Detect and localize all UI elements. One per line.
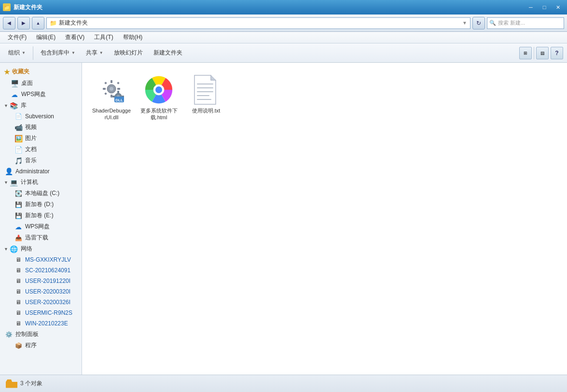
menu-view[interactable]: 查看(V) bbox=[61, 32, 88, 42]
music-icon: 🎵 bbox=[14, 157, 23, 165]
view-details-button[interactable]: ▤ bbox=[536, 47, 549, 59]
sidebar-item-programs[interactable]: 📦 程序 bbox=[0, 340, 82, 351]
sidebar-item-network2[interactable]: 🖥 SC-20210624091 bbox=[0, 265, 82, 276]
svg-text:DLL: DLL bbox=[115, 98, 123, 102]
txt-icon bbox=[191, 74, 221, 105]
title-bar: 📁 新建文件夹 ─ □ ✕ bbox=[0, 0, 567, 14]
dll-icon: DLL bbox=[96, 74, 127, 105]
documents-icon: 📄 bbox=[14, 146, 23, 154]
sidebar-item-network1[interactable]: 🖥 MS-GXKIXRYJLV bbox=[0, 254, 82, 265]
sidebar-item-network4[interactable]: 🖥 USER-20200320I bbox=[0, 286, 82, 297]
disk-e-icon: 💾 bbox=[14, 212, 23, 220]
sidebar-item-wps-cloud2[interactable]: ☁ WPS网盘 bbox=[0, 221, 82, 232]
minimize-button[interactable]: ─ bbox=[525, 2, 537, 12]
maximize-button[interactable]: □ bbox=[538, 2, 551, 12]
organize-button[interactable]: 组织 ▼ bbox=[4, 45, 30, 61]
sidebar-item-videos[interactable]: 📹 视频 bbox=[0, 122, 82, 133]
menu-tools[interactable]: 工具(T) bbox=[90, 32, 117, 42]
programs-icon: 📦 bbox=[14, 342, 23, 350]
html-icon bbox=[143, 74, 174, 105]
sidebar-item-network5[interactable]: 🖥 USER-20200326I bbox=[0, 297, 82, 308]
close-button[interactable]: ✕ bbox=[552, 2, 564, 12]
window-controls: ─ □ ✕ bbox=[525, 2, 564, 12]
sidebar-item-network[interactable]: ▼ 🌐 网络 bbox=[0, 243, 82, 254]
svg-rect-5 bbox=[117, 88, 120, 90]
sidebar-item-computer[interactable]: ▼ 💻 计算机 bbox=[0, 177, 82, 188]
desktop-icon: 🖥️ bbox=[10, 80, 19, 87]
main-layout: ★ 收藏夹 🖥️ 桌面 ☁ WPS网盘 ▼ 📚 库 📄 Subversion 📹… bbox=[0, 63, 567, 375]
sidebar-item-wps-cloud[interactable]: ☁ WPS网盘 bbox=[0, 89, 82, 100]
svg-point-20 bbox=[155, 86, 162, 93]
svg-rect-2 bbox=[111, 80, 112, 83]
menu-file[interactable]: 文件(F) bbox=[4, 32, 30, 42]
sidebar-item-network6[interactable]: 🖥 USERMIC-R9N2S bbox=[0, 308, 82, 318]
include-library-button[interactable]: 包含到库中 ▼ bbox=[36, 45, 80, 61]
sidebar-item-administrator[interactable]: 👤 Administrator bbox=[0, 166, 82, 177]
address-dropdown-arrow[interactable]: ▼ bbox=[462, 20, 467, 26]
sidebar-item-subversion[interactable]: 📄 Subversion bbox=[0, 111, 82, 122]
new-folder-button[interactable]: 新建文件夹 bbox=[149, 45, 187, 61]
file-item-html[interactable]: 更多系统软件下载.html bbox=[137, 70, 180, 125]
videos-icon: 📹 bbox=[14, 124, 23, 131]
sidebar-item-volume-d[interactable]: 💾 新加卷 (D:) bbox=[0, 199, 82, 210]
pc5-icon: 🖥 bbox=[14, 298, 23, 306]
sidebar-item-pictures[interactable]: 🖼️ 图片 bbox=[0, 133, 82, 144]
sidebar-item-desktop[interactable]: 🖥️ 桌面 bbox=[0, 78, 82, 89]
txt-file-label: 使用说明.txt bbox=[192, 107, 221, 114]
svg-rect-6 bbox=[104, 82, 107, 84]
admin-icon: 👤 bbox=[4, 168, 14, 175]
sidebar-item-volume-e[interactable]: 💾 新加卷 (E:) bbox=[0, 210, 82, 221]
favorites-label: 收藏夹 bbox=[12, 68, 29, 76]
sidebar-item-music[interactable]: 🎵 音乐 bbox=[0, 155, 82, 166]
library-expand-icon: ▼ bbox=[4, 103, 8, 108]
search-box[interactable]: 🔍 搜索 新建... bbox=[487, 17, 564, 29]
menu-help[interactable]: 帮助(H) bbox=[119, 32, 147, 42]
up-button[interactable]: ▲ bbox=[32, 17, 44, 29]
library-dropdown-icon: ▼ bbox=[71, 51, 75, 55]
help-button[interactable]: ? bbox=[551, 47, 563, 59]
share-button[interactable]: 共享 ▼ bbox=[82, 45, 108, 61]
status-bar: 3 个对象 bbox=[0, 375, 567, 392]
svg-rect-8 bbox=[104, 92, 107, 95]
star-icon: ★ bbox=[4, 68, 10, 76]
svg-point-1 bbox=[110, 87, 113, 91]
view-toggle-button[interactable]: ⊞ bbox=[519, 47, 532, 59]
sidebar-item-documents[interactable]: 📄 文档 bbox=[0, 144, 82, 155]
subversion-icon: 📄 bbox=[14, 112, 23, 120]
sidebar-item-network3[interactable]: 🖥 USER-20191220I bbox=[0, 276, 82, 286]
control-panel-icon: ⚙️ bbox=[4, 331, 14, 338]
sidebar-item-thunder[interactable]: 📥 迅雷下载 bbox=[0, 232, 82, 243]
address-bar: ◀ ▶ ▲ 📁 新建文件夹 ▼ ↻ 🔍 搜索 新建... bbox=[0, 14, 567, 32]
pc1-icon: 🖥 bbox=[14, 256, 23, 264]
share-dropdown-icon: ▼ bbox=[99, 51, 103, 55]
pc3-icon: 🖥 bbox=[14, 277, 23, 285]
thunder-icon: 📥 bbox=[14, 234, 23, 242]
favorites-header[interactable]: ★ 收藏夹 bbox=[0, 66, 82, 78]
search-icon: 🔍 bbox=[489, 20, 496, 26]
file-item-txt[interactable]: 使用说明.txt bbox=[184, 70, 228, 125]
pc2-icon: 🖥 bbox=[14, 266, 23, 274]
toolbar-separator-2 bbox=[534, 47, 534, 59]
address-path[interactable]: 📁 新建文件夹 ▼ bbox=[46, 17, 470, 29]
toolbar: 组织 ▼ 包含到库中 ▼ 共享 ▼ 放映幻灯片 新建文件夹 ⊞ ▤ ? bbox=[0, 43, 567, 63]
dll-file-label: ShaderDebuggerUI.dll bbox=[92, 107, 131, 121]
file-item-dll[interactable]: DLL ShaderDebuggerUI.dll bbox=[90, 70, 133, 125]
folder-icon: 📁 bbox=[50, 20, 57, 27]
wps-cloud-icon: ☁ bbox=[10, 91, 19, 98]
menu-edit[interactable]: 编辑(E) bbox=[32, 32, 59, 42]
sidebar-item-network7[interactable]: 🖥 WIN-20210223E bbox=[0, 318, 82, 329]
refresh-button[interactable]: ↻ bbox=[472, 17, 485, 29]
library-icon: 📚 bbox=[9, 102, 19, 110]
back-button[interactable]: ◀ bbox=[3, 17, 15, 29]
wps-cloud2-icon: ☁ bbox=[14, 223, 23, 231]
toolbar-separator-1 bbox=[33, 46, 33, 60]
pc4-icon: 🖥 bbox=[14, 288, 23, 295]
sidebar-item-control-panel[interactable]: ⚙️ 控制面板 bbox=[0, 329, 82, 340]
sidebar-item-library[interactable]: ▼ 📚 库 bbox=[0, 100, 82, 111]
sidebar-item-local-disk-c[interactable]: 💽 本地磁盘 (C:) bbox=[0, 188, 82, 199]
organize-dropdown-icon: ▼ bbox=[22, 51, 26, 55]
forward-button[interactable]: ▶ bbox=[17, 17, 30, 29]
window-icon: 📁 bbox=[3, 3, 11, 11]
svg-rect-3 bbox=[111, 95, 112, 98]
slideshow-button[interactable]: 放映幻灯片 bbox=[110, 45, 147, 61]
